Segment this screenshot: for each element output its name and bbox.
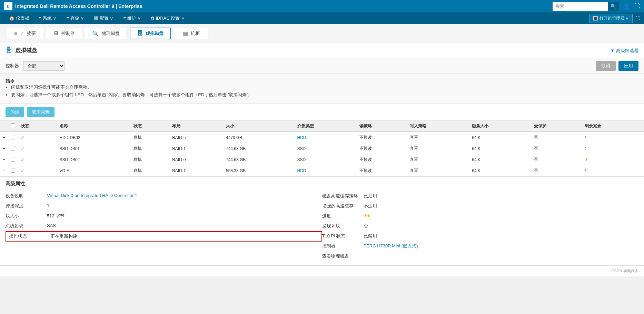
nav-idrac-settings[interactable]: ✿ iDRAC 设置 ∨: [146, 12, 190, 24]
nav-right: 🔳 打开组管理器 ∨ ⛶: [589, 14, 640, 23]
cancel-button[interactable]: 取消: [596, 61, 616, 71]
table-header-row: 状态 名称 状态 布局 大小 介质类型 读策略 写入策略 磁条大小 受保护 剩余…: [0, 121, 644, 132]
controller-filter-select[interactable]: 全部: [23, 61, 65, 71]
filter-actions: 取消 应用: [596, 61, 638, 71]
prop-value: 已启用: [364, 193, 377, 199]
select-all-checkbox[interactable]: [11, 124, 15, 128]
advanced-filter-link[interactable]: ▼ 高级筛选器: [610, 48, 638, 54]
read-policy-cell: 不预读: [357, 154, 407, 165]
summary-icon: ≡: [14, 30, 17, 37]
status-icon: ✓: [21, 146, 25, 151]
write-policy-cell: 直写: [407, 132, 469, 143]
redundancy-cell: 1: [582, 143, 644, 154]
protected-cell: 否: [531, 132, 582, 143]
media-type-cell: SSD: [295, 154, 357, 165]
expand-icon[interactable]: ⛶: [634, 3, 640, 9]
layout-cell: RAID-1: [169, 143, 223, 154]
advanced-props-title: 高级属性: [6, 181, 638, 187]
name-cell: SSD-DB02: [57, 154, 131, 165]
size-cell: 558.38 GB: [223, 165, 295, 176]
expand-cell[interactable]: +: [0, 154, 8, 165]
read-policy-cell: 不预读: [357, 143, 407, 154]
tab-physical-disk-label: 物理磁盘: [102, 30, 120, 37]
prop-value: 0%: [364, 213, 370, 218]
dell-logo-icon: D: [4, 2, 12, 10]
top-header: D Integrated Dell Remote Access Controll…: [0, 0, 644, 12]
nav-dashboard[interactable]: 🏠 仪表板: [4, 12, 34, 24]
layout-cell: RAID-1: [169, 165, 223, 176]
tab-summary[interactable]: ≡ ✓ 摘要: [7, 28, 43, 39]
prop-label: 设备说明: [6, 193, 47, 199]
tab-controller-label: 控制器: [61, 30, 75, 37]
prop-row-left-0: 设备说明Virtual Disk 0 on Integrated RAID Co…: [6, 191, 322, 201]
prop-row-left-4: 操作状态正在重新构建: [6, 231, 322, 242]
prop-label: T10 PI 状态: [322, 233, 364, 239]
col-write-header: 写入策略: [407, 121, 469, 132]
nav-system[interactable]: ≡ 系统 ∨: [34, 12, 62, 24]
col-stripe-header: 磁条大小: [469, 121, 531, 132]
user-icon[interactable]: 👤: [623, 3, 630, 10]
prop-label: 控制器: [322, 243, 364, 249]
status-cell: ✓: [18, 154, 57, 165]
prop-label: 发现坏块: [322, 223, 364, 229]
prop-value: 正在重新构建: [50, 233, 77, 239]
expand-cell[interactable]: +: [0, 132, 8, 143]
nav-expand-icon[interactable]: ⛶: [635, 16, 640, 21]
protected-cell: 否: [531, 165, 582, 176]
redundancy-cell: 1: [582, 132, 644, 143]
stripe-size-cell: 64 K: [469, 165, 531, 176]
prop-value: 512 字节: [47, 213, 65, 219]
tab-physical-disk[interactable]: 🔍 物理磁盘: [85, 28, 127, 39]
prop-row-right-5: 控制器PERC H730P Mini (嵌入式): [322, 241, 639, 251]
nav-maintenance[interactable]: ≡ 维护 ∨: [118, 12, 146, 24]
redundancy-cell: 1: [582, 165, 644, 176]
cancel-flash-button[interactable]: 取消闪烁: [27, 107, 55, 117]
table-row: +✓SSD-DB02联机RAID-0744.63 GBSSD不预读直写64 K否…: [0, 154, 644, 165]
row-checkbox[interactable]: [11, 135, 15, 139]
footer-text: CSDN @陶武杰: [612, 269, 638, 273]
write-policy-cell: 直写: [407, 165, 469, 176]
flash-button[interactable]: 闪烁: [6, 107, 24, 117]
row-checkbox[interactable]: [11, 146, 15, 150]
tab-virtual-disk[interactable]: 🗄 虚拟磁盘: [130, 28, 171, 39]
nav-storage[interactable]: ≡ 存储 ∨: [61, 12, 89, 24]
redundancy-cell: 0: [582, 154, 644, 165]
nav-bar: 🏠 仪表板 ≡ 系统 ∨ ≡ 存储 ∨ ▦ 配置 ∨ ≡ 维护 ∨ ✿ iDRA…: [0, 12, 644, 24]
search-input[interactable]: [553, 4, 608, 9]
row-checkbox[interactable]: [11, 157, 15, 161]
size-cell: 744.63 GB: [223, 143, 295, 154]
tab-bar: ≡ ✓ 摘要 🖥 控制器 🔍 物理磁盘 🗄 虚拟磁盘 ▦ 机柜: [0, 24, 644, 43]
prop-value[interactable]: Virtual Disk 0 on Integrated RAID Contro…: [47, 193, 137, 198]
col-name-header: 名称: [57, 121, 131, 132]
apply-button[interactable]: 应用: [618, 61, 638, 71]
props-grid: 设备说明Virtual Disk 0 on Integrated RAID Co…: [6, 191, 638, 261]
status-icon: ✓: [21, 168, 25, 174]
row-checkbox[interactable]: [11, 168, 15, 173]
page-footer: CSDN @陶武杰: [0, 265, 644, 276]
col-status-header: 状态: [18, 121, 57, 132]
prop-label: 跨接深度: [6, 203, 47, 209]
media-type-cell[interactable]: HDD: [295, 132, 357, 143]
tab-controller[interactable]: 🖥 控制器: [46, 28, 82, 39]
open-manager-button[interactable]: 🔳 打开组管理器 ∨: [589, 14, 633, 23]
prop-row-right-1: 增强的高速缓存不适用: [322, 201, 639, 211]
media-type-cell[interactable]: HDD: [295, 165, 357, 176]
expand-cell[interactable]: −: [0, 165, 8, 176]
filter-bar: 控制器 全部 取消 应用: [0, 58, 644, 74]
tab-virtual-disk-label: 虚拟磁盘: [146, 30, 164, 37]
instructions-title: 指令: [6, 78, 14, 84]
prop-label: 总线协议: [6, 223, 47, 229]
app-logo: D Integrated Dell Remote Access Controll…: [4, 2, 553, 10]
read-policy-cell: 不预读: [357, 165, 407, 176]
write-policy-cell: 直写: [407, 143, 469, 154]
table-row: +✓HDD-DB02联机RAID-54470 GBHDD不预读直写64 K否1: [0, 132, 644, 143]
prop-value[interactable]: PERC H730P Mini (嵌入式): [364, 243, 418, 249]
nav-config[interactable]: ▦ 配置 ∨: [89, 12, 118, 24]
physical-disk-icon: 🔍: [92, 30, 99, 37]
tab-enclosure[interactable]: ▦ 机柜: [174, 28, 208, 39]
search-button[interactable]: 🔍: [608, 2, 619, 11]
status-cell: ✓: [18, 165, 57, 176]
expand-cell[interactable]: +: [0, 143, 8, 154]
stripe-size-cell: 64 K: [469, 132, 531, 143]
page-title-text: 虚拟磁盘: [15, 47, 37, 54]
